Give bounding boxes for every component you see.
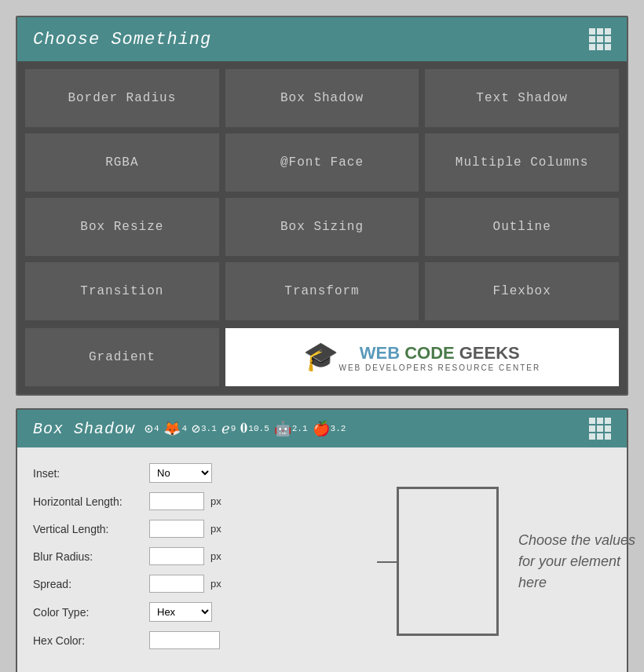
logo-text: WEB CODE GEEKS WEB DEVELOPERS RESOURCE C…	[338, 343, 540, 372]
safari-icon: 🍎	[313, 420, 330, 437]
grid-cell	[589, 433, 595, 440]
blur-radius-row: Blur Radius: px	[33, 547, 269, 565]
vertical-length-input[interactable]	[149, 520, 204, 538]
inset-label: Inset:	[33, 467, 143, 480]
text-shadow-button[interactable]: Text Shadow	[425, 69, 619, 127]
logo-code: CODE	[404, 343, 455, 363]
gradient-button[interactable]: Gradient	[25, 328, 219, 386]
firefox-version: 4	[181, 424, 187, 433]
android-browser-item: 🤖 2.1	[274, 420, 308, 437]
color-type-row: Color Type: Hex RGB RGBA	[33, 602, 269, 622]
safari-browser-item: 🍎 3.2	[313, 420, 346, 437]
color-type-select[interactable]: Hex RGB RGBA	[149, 602, 212, 622]
transition-button[interactable]: Transition	[25, 262, 219, 320]
border-radius-button[interactable]: Border Radius	[25, 69, 219, 127]
transform-button[interactable]: Transform	[225, 262, 419, 320]
horizontal-length-input[interactable]	[149, 492, 204, 510]
android-version: 2.1	[292, 424, 308, 433]
opera-mobile-icon: 𝟎	[240, 421, 247, 436]
form-fields: Inset: No Yes Horizontal Length: px Vert…	[33, 463, 269, 659]
firefox-browser-item: 🦊 4	[163, 420, 187, 437]
grid-cell	[589, 418, 595, 424]
horizontal-length-label: Horizontal Length:	[33, 495, 143, 508]
grid-cell	[605, 418, 611, 424]
logo-subtitle: WEB DEVELOPERS RESOURCE CENTER	[338, 363, 540, 372]
box-sizing-button[interactable]: Box Sizing	[225, 198, 419, 256]
css-property-grid: Border Radius Box Shadow Text Shadow RGB…	[17, 61, 627, 328]
grid-cell	[597, 28, 603, 35]
rgba-button[interactable]: RGBA	[25, 133, 219, 192]
blur-radius-label: Blur Radius:	[33, 550, 143, 563]
opera-version: 3.1	[201, 424, 217, 433]
box-shadow-button[interactable]: Box Shadow	[225, 69, 419, 127]
grid-cell	[605, 36, 611, 42]
preview-text: Choose the values for your element here	[518, 531, 635, 590]
horizontal-length-unit: px	[210, 495, 221, 507]
vertical-length-label: Vertical Length:	[33, 523, 143, 535]
form-panel: Inset: No Yes Horizontal Length: px Vert…	[17, 447, 627, 672]
chrome-browser-item: ⊙ 4	[145, 420, 159, 437]
grid-cell	[589, 44, 595, 50]
top-panel-title: Choose Something	[33, 30, 211, 49]
flexbox-button[interactable]: Flexbox	[425, 262, 619, 320]
bottom-panel-grid-icon[interactable]	[589, 418, 611, 440]
font-face-button[interactable]: @Font Face	[225, 133, 419, 192]
grid-cell	[597, 36, 603, 42]
blur-radius-input[interactable]	[149, 547, 204, 565]
grid-cell	[605, 433, 611, 440]
browser-icons: ⊙ 4 🦊 4 ⊘ 3.1 ℯ 9	[145, 420, 346, 437]
ie-version: 9	[231, 424, 236, 433]
top-panel: Choose Something Border Radius Box Shado…	[16, 16, 628, 396]
chrome-version: 4	[154, 424, 159, 433]
inset-select[interactable]: No Yes	[149, 463, 212, 483]
ie-browser-item: ℯ 9	[221, 420, 236, 437]
bottom-header-left: Box Shadow ⊙ 4 🦊 4 ⊘ 3.1 ℯ	[33, 420, 346, 438]
inset-row: Inset: No Yes	[33, 463, 269, 483]
horizontal-length-row: Horizontal Length: px	[33, 492, 269, 510]
hex-color-input[interactable]	[149, 631, 220, 649]
grid-cell	[605, 425, 611, 432]
vertical-length-row: Vertical Length: px	[33, 520, 269, 538]
preview-area: Choose the values for your element here	[284, 463, 611, 659]
vertical-length-unit: px	[210, 523, 221, 535]
bottom-panel: Box Shadow ⊙ 4 🦊 4 ⊘ 3.1 ℯ	[16, 408, 628, 672]
grid-cell	[597, 418, 603, 424]
blur-radius-unit: px	[210, 550, 221, 562]
grid-cell	[605, 44, 611, 50]
hex-color-label: Hex Color:	[33, 634, 143, 647]
logo-main-text: WEB CODE GEEKS	[360, 343, 520, 363]
hex-color-row: Hex Color:	[33, 631, 269, 649]
opera-mobile-browser-item: 𝟎 10.5	[240, 421, 269, 436]
firefox-icon: 🦊	[163, 420, 181, 437]
bottom-panel-header: Box Shadow ⊙ 4 🦊 4 ⊘ 3.1 ℯ	[17, 410, 627, 447]
logo-geeks: GEEKS	[459, 343, 520, 363]
logo-container: 🎓 WEB CODE GEEKS WEB DEVELOPERS RESOURCE…	[225, 328, 619, 386]
grid-cell	[597, 433, 603, 440]
spread-row: Spread: px	[33, 575, 269, 593]
bottom-panel-title: Box Shadow	[33, 420, 135, 438]
box-resize-button[interactable]: Box Resize	[25, 198, 219, 256]
grid-cell	[589, 425, 595, 432]
opera-mobile-version: 10.5	[248, 424, 269, 433]
top-panel-grid-icon[interactable]	[589, 28, 611, 50]
outline-button[interactable]: Outline	[425, 198, 619, 256]
spread-input[interactable]	[149, 575, 204, 593]
ie-icon: ℯ	[221, 420, 230, 437]
opera-browser-item: ⊘ 3.1	[192, 420, 217, 437]
grid-cell	[597, 425, 603, 432]
logo-row: Gradient 🎓 WEB CODE GEEKS WEB DEVELOPERS…	[17, 328, 627, 394]
spread-unit: px	[210, 578, 221, 590]
grid-cell	[605, 28, 611, 35]
top-panel-header: Choose Something	[17, 17, 627, 61]
spread-label: Spread:	[33, 578, 143, 590]
grid-cell	[589, 36, 595, 42]
multiple-columns-button[interactable]: Multiple Columns	[425, 133, 619, 192]
grid-cell	[589, 28, 595, 35]
logo-web: WEB	[360, 343, 400, 363]
color-type-label: Color Type:	[33, 606, 143, 619]
opera-icon: ⊘	[192, 420, 200, 437]
android-icon: 🤖	[274, 420, 291, 437]
logo-hat-icon: 🎓	[303, 340, 338, 374]
chrome-icon: ⊙	[145, 420, 153, 437]
safari-version: 3.2	[331, 424, 346, 433]
